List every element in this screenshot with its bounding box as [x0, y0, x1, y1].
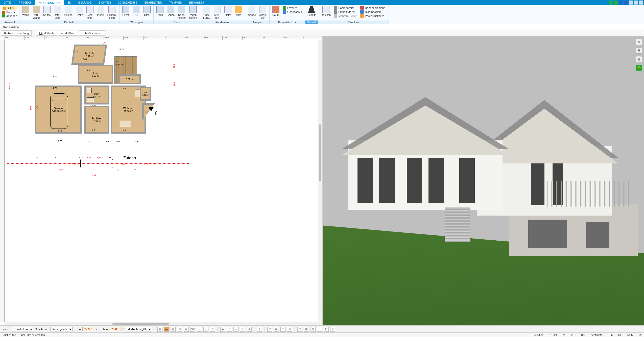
tab-konstruktion[interactable]: KONSTRUKTION	[35, 0, 64, 5]
selekt-button[interactable]: Selekt	[2, 6, 17, 10]
einzelfund-button[interactable]: Einzel Fund.	[201, 6, 212, 20]
scrollbar-horizontal[interactable]	[5, 322, 322, 325]
pane-2d[interactable]: 9001000110012001300140015001600170018001…	[0, 36, 323, 325]
snap-btn-1[interactable]: ▦	[157, 327, 162, 332]
schornstein-button[interactable]: Schorn- stein	[106, 6, 118, 20]
virt-wand-button[interactable]: Virt. Wand	[31, 6, 42, 20]
regenfallrohr-button[interactable]: Regen- fallrohr	[187, 6, 199, 20]
tuer-button[interactable]: Tür	[131, 6, 142, 17]
view-btn-4[interactable]: ⊞	[287, 327, 292, 332]
snap-btn-4[interactable]: ⊞	[177, 327, 182, 332]
fund-platte-button[interactable]: Platte	[223, 6, 233, 17]
streifen-button[interactable]: Strei- fen	[212, 6, 223, 20]
tab-projekt[interactable]: PROJEKT	[15, 0, 35, 5]
snap-btn-6[interactable]: ↔	[197, 327, 202, 332]
wand-button[interactable]: Wand	[20, 6, 31, 17]
furniture-icon[interactable]: ♜	[636, 48, 642, 54]
osnap-btn-1[interactable]: ◆	[220, 327, 225, 332]
tab-gelaende[interactable]: GELÄNDE	[75, 0, 95, 5]
platte-button[interactable]: Platte	[95, 6, 106, 17]
tab-3d[interactable]: 3D	[64, 0, 75, 5]
room-wf[interactable]: Wf 4,38 m²	[140, 87, 151, 101]
room-schlafen[interactable]: Schlafen 12,99 m²	[84, 106, 109, 134]
masshilfslinien-button[interactable]: ⊥Maßhilfslinien	[79, 30, 105, 36]
layers-icon[interactable]: ≡	[636, 39, 642, 45]
schnitt-button[interactable]: Schnitt	[306, 6, 317, 17]
fund-auto-button[interactable]: Auto	[233, 6, 244, 17]
raum-button[interactable]: Raum	[271, 6, 281, 17]
phi-input[interactable]	[109, 327, 122, 331]
room-flur[interactable]: Flur 9,19 m²	[78, 65, 113, 84]
tab-datei[interactable]: DATEI	[0, 0, 15, 5]
osnap-btn-3[interactable]: ◇	[233, 327, 238, 332]
geschoss-dropdown[interactable]: Geschoss▾	[283, 10, 302, 14]
tab-bemassen[interactable]: BEMASSEN	[186, 0, 208, 5]
deckoeffn-button[interactable]: Deck- öffn.	[85, 6, 95, 20]
osnap-n-btn[interactable]: Ⓝ	[247, 327, 252, 332]
misc-btn-3[interactable]: ⊕	[311, 327, 316, 332]
einheit-button[interactable]: Einheit/Maßst.	[334, 10, 357, 14]
snap-btn-3[interactable]: ≡	[171, 327, 176, 332]
oeffn-button[interactable]: Öffn.	[142, 6, 152, 17]
dach-button[interactable]: Dach	[155, 6, 165, 17]
minimize-icon[interactable]	[629, 1, 633, 5]
mark-button[interactable]: Mark.▾	[2, 11, 17, 14]
snap-btn-7[interactable]: ▭	[203, 327, 208, 332]
view-tab-konstruktion[interactable]: Konstruktion	[1, 25, 21, 29]
snap-btn-5[interactable]: ▤	[184, 327, 189, 332]
snap-btn-2[interactable]: ▬	[164, 327, 169, 332]
view-btn-2[interactable]: ▣	[274, 327, 279, 332]
dachfenster-button[interactable]: Dach- fenster	[176, 6, 187, 20]
pane-3d[interactable]: ≡ ♜ ◎ 🌳	[323, 36, 644, 325]
view-btn-3[interactable]: ◫	[280, 327, 285, 332]
tab-trimmen[interactable]: TRIMMEN	[165, 0, 185, 5]
treppe-button[interactable]: Treppe	[246, 6, 257, 17]
fenster-button[interactable]: Fenst	[121, 6, 131, 17]
aussenbemassung-button[interactable]: ⚙Außenbemaßung	[1, 30, 32, 36]
misc-btn-2[interactable]: ▦	[304, 327, 309, 332]
mehrere-button[interactable]: Mehrere Seiten	[334, 14, 357, 18]
room-balkon[interactable]: 5,21 m²	[118, 74, 141, 84]
l-input[interactable]	[82, 327, 95, 331]
misc-btn-4[interactable]: ✕	[317, 327, 322, 332]
room-terrasse[interactable]: 3,38 m²	[142, 103, 155, 121]
tab-bearbeiten[interactable]: BEARBEITEN	[141, 0, 166, 5]
room-garage[interactable]: Garage 40,66 m²	[35, 86, 82, 134]
balken-button[interactable]: Balken	[63, 6, 74, 17]
osnap-btn-2[interactable]: △	[227, 327, 232, 332]
tool-icon-1[interactable]	[609, 1, 613, 5]
drucken-button[interactable]: Drucken	[319, 6, 332, 17]
tab-2d-elemente[interactable]: 2D-ELEMENTE	[114, 0, 141, 5]
tree-icon[interactable]: 🌳	[636, 65, 642, 71]
floorplan-canvas[interactable]: 17,80 18,66 1,73 Garage 40,66 m² Technik…	[5, 40, 322, 322]
close-icon[interactable]	[639, 1, 643, 5]
masszahl-button[interactable]: 1.2Maßzahl	[36, 31, 57, 36]
layer-dropdown[interactable]: Layer▾	[283, 6, 302, 10]
pos-button[interactable]: Pos zurücksetz.	[360, 14, 386, 18]
misc-btn-1[interactable]: ⊡	[297, 327, 302, 332]
tab-sichten[interactable]: SICHTEN	[95, 0, 114, 5]
papierformat-button[interactable]: Papierformat	[334, 6, 357, 10]
target-icon[interactable]: ◎	[636, 56, 642, 62]
unterzug-button[interactable]: Unter- zug	[52, 6, 63, 20]
room-technik[interactable]: Technik 13,01 m²	[71, 45, 107, 65]
help-icon[interactable]	[624, 1, 628, 5]
gaube-button[interactable]: Gaube	[165, 6, 176, 17]
richtung-select[interactable]: dl (Richtung/Di	[126, 327, 152, 331]
geschoss-select[interactable]: Kellergesch	[50, 327, 73, 331]
misc-btn-5[interactable]: ⊞	[324, 327, 329, 332]
blatt-button[interactable]: Blatt position.	[360, 10, 386, 14]
osnap-btn-4[interactable]: ⊘	[240, 327, 245, 332]
scrollbar-thumb[interactable]	[319, 124, 321, 181]
room-bad[interactable]: Bad 6,77 m²	[84, 86, 109, 104]
tool-icon-2[interactable]	[614, 1, 618, 5]
layer-select[interactable]: Konstruktio	[12, 327, 33, 331]
view-btn-1[interactable]: ▢	[267, 327, 272, 332]
masslinie-button[interactable]: ↔Maßlinie	[58, 31, 78, 36]
gelaender-button[interactable]: Gelän- der	[257, 6, 269, 20]
info-btn[interactable]: i	[257, 327, 262, 332]
optionen-button[interactable]: Optionen	[2, 14, 17, 17]
scrollbar-vertical[interactable]	[318, 40, 322, 322]
snap-btn-8[interactable]: ◻	[210, 327, 215, 332]
stuetze-button[interactable]: Stütze	[42, 6, 52, 17]
